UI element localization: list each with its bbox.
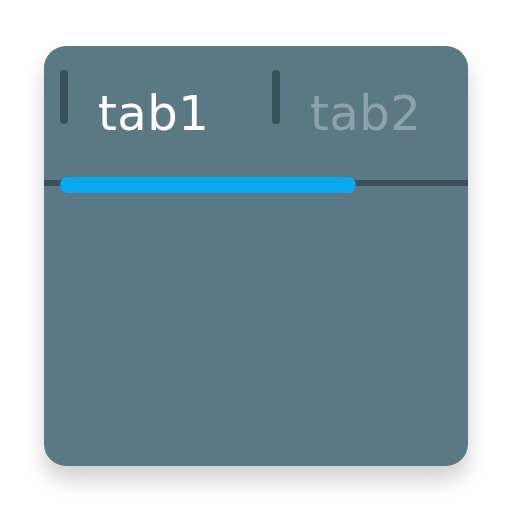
tab-label: tab2: [310, 85, 421, 141]
tab-separator-icon: [272, 70, 280, 124]
tab-separator-icon: [60, 70, 68, 124]
tab-tab2[interactable]: tab2: [256, 46, 468, 180]
tab-tab1[interactable]: tab1: [44, 46, 256, 180]
tab-label: tab1: [98, 85, 209, 141]
active-tab-indicator: [60, 177, 356, 193]
tab-row: tab1 tab2: [44, 46, 468, 186]
tabbed-panel: tab1 tab2: [44, 46, 468, 466]
